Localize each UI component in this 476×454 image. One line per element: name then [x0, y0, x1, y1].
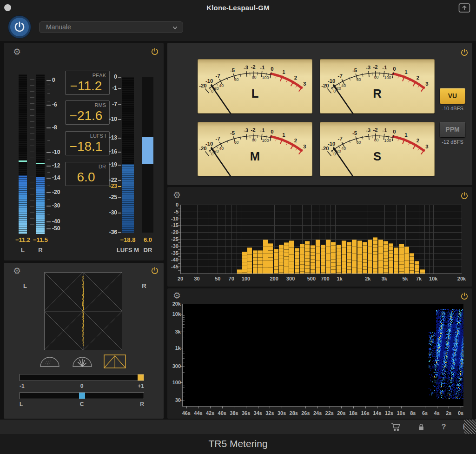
svg-text:40: 40 [219, 83, 224, 88]
svg-text:0: 0 [333, 152, 336, 156]
x-tick-label: 70 [225, 276, 238, 281]
svg-text:-1: -1 [260, 127, 264, 133]
spectrogram-panel: ⚙20k10k3k1k3001003046s44s42s40s38s36s34s… [167, 288, 472, 419]
lufs-scale-label: -19 [99, 161, 117, 168]
lufs-scale-label: -23 [99, 183, 117, 189]
preset-dropdown[interactable]: Manuale [39, 21, 183, 33]
vectorscope-box-mode[interactable] [104, 353, 126, 370]
scale-minor-tick [47, 160, 50, 160]
spectrum-bar [383, 241, 388, 274]
meter-segment-tick [30, 109, 34, 110]
y-tick-label: -5 [167, 209, 178, 214]
scale-tick [46, 192, 51, 193]
gonio-display [44, 272, 122, 350]
spectrum-bar [415, 261, 419, 274]
meter-segment-tick [30, 97, 34, 98]
gear-icon[interactable]: ⚙ [173, 191, 181, 200]
section-power-icon[interactable] [460, 192, 469, 200]
svg-text:-20: -20 [321, 83, 329, 88]
svg-text:-20: -20 [199, 83, 206, 88]
meter-channel-label: R [32, 247, 49, 254]
lock-icon[interactable] [417, 423, 425, 431]
x-tick [401, 407, 402, 408]
scale-label: -6 [52, 101, 57, 108]
vu-meter-M: -20-10-7-5-3-2-10123020406080100M [198, 122, 312, 176]
balance-indicator [79, 393, 85, 399]
grid-h [180, 205, 462, 205]
x-tick [353, 407, 354, 408]
svg-text:-1: -1 [382, 65, 387, 70]
x-tick [270, 407, 270, 408]
vu-meter-S: -20-10-7-5-3-2-10123020406080100S [320, 122, 435, 176]
svg-text:2: 2 [294, 75, 297, 80]
svg-text:-2: -2 [373, 64, 377, 70]
svg-text:80: 80 [252, 75, 257, 80]
lufs-scale-tick [118, 197, 121, 198]
cart-icon[interactable] [391, 422, 401, 431]
polar-rays-mode[interactable] [71, 353, 93, 370]
gear-icon[interactable]: ⚙ [13, 267, 21, 275]
correlation-meter [20, 374, 144, 381]
lufs-scale-tick [118, 165, 121, 166]
spectrum-analyzer-panel: ⚙0-5-10-15-20-25-30-35-40-45203050701002… [167, 187, 472, 287]
section-power-icon[interactable] [151, 47, 159, 56]
spectrum-bar [331, 242, 336, 274]
lufs-scale-tick [118, 186, 121, 187]
lufs-scale-label: 0 [99, 73, 117, 80]
x-tick-label: 700 [318, 276, 332, 281]
lufs-scale-tick [118, 152, 121, 153]
peak-hold-line [19, 160, 27, 162]
spectrum-bar [263, 240, 268, 274]
section-power-icon[interactable] [460, 48, 469, 57]
grid-h [180, 239, 462, 240]
balance-label-right: R [20, 401, 144, 407]
y-tick-label: -40 [167, 257, 178, 262]
svg-text:60: 60 [234, 77, 239, 82]
help-icon[interactable]: ? [442, 423, 446, 431]
lufs-scale-tick [118, 104, 121, 105]
spectrum-bar [363, 242, 367, 274]
spectrum-bar [389, 243, 393, 274]
scale-tick [46, 152, 51, 153]
lufs-scale-tick [118, 138, 121, 139]
pop-out-window-icon[interactable] [458, 3, 470, 13]
scale-minor-tick [47, 214, 50, 214]
grid-v [462, 205, 462, 274]
scale-tick [46, 80, 51, 81]
dr-value: 6.0 [139, 236, 156, 243]
lufs-label: LUFS M [112, 247, 143, 254]
lufs-scale-label: -36 [99, 229, 117, 235]
svg-text:-7: -7 [338, 73, 343, 79]
lufs-scale-label: -30 [99, 209, 117, 216]
x-tick [437, 407, 437, 408]
spectrogram-image [183, 304, 463, 406]
polar-dots-mode[interactable] [39, 353, 61, 370]
x-tick-label: 5k [398, 276, 412, 281]
mode-button-ppm[interactable]: PPM [440, 122, 465, 137]
svg-text:2: 2 [416, 75, 419, 80]
section-power-icon[interactable] [151, 267, 159, 275]
resize-handle[interactable] [464, 420, 476, 434]
y-tick-label: -35 [167, 250, 178, 256]
x-tick [377, 407, 377, 408]
spectrum-bar [373, 237, 377, 274]
x-tick [258, 407, 258, 408]
meter-fill [36, 177, 45, 234]
spectrum-bar [284, 242, 289, 274]
svg-text:0: 0 [211, 152, 213, 156]
mode-button-vu[interactable]: VU [440, 88, 465, 104]
scale-label: -12 [52, 162, 60, 169]
spectrum-bar [347, 242, 351, 274]
chevron-down-icon [172, 25, 178, 31]
master-power-button[interactable] [8, 16, 31, 38]
svg-text:-10: -10 [205, 141, 213, 147]
scale-minor-tick [47, 172, 50, 173]
lufs-fill [122, 164, 134, 233]
gear-icon[interactable]: ⚙ [13, 47, 21, 56]
section-power-icon[interactable] [460, 292, 469, 300]
svg-text:100: 100 [384, 138, 391, 143]
lufs-scale-label: -13 [99, 134, 117, 141]
scale-minor-tick [47, 89, 50, 89]
gear-icon[interactable]: ⚙ [173, 291, 181, 300]
spectrum-bar [247, 247, 252, 274]
